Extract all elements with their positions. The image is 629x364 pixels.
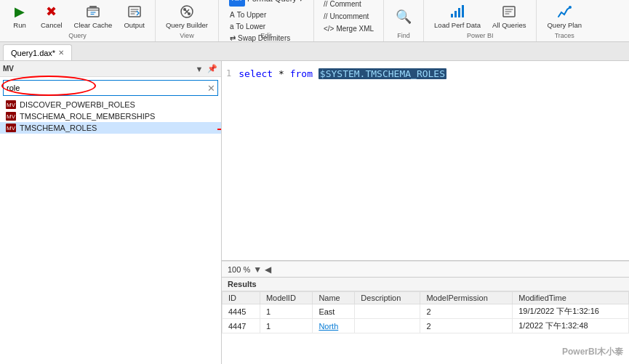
to-upper-icon: A	[230, 11, 235, 19]
cell-modelpermission: 2	[420, 319, 513, 333]
uncomment-icon: //	[324, 12, 328, 20]
query-builder-button[interactable]: Query Builder	[161, 1, 212, 33]
to-upper-button[interactable]: A To Upper	[226, 9, 294, 20]
toolbar-group-powerbi: Load Perf Data All Queries Power BI	[424, 0, 537, 41]
merge-xml-icon: </>	[324, 25, 334, 33]
svg-rect-8	[458, 8, 460, 17]
svg-rect-6	[451, 14, 453, 17]
cell-modelid: 1	[260, 304, 313, 319]
toolbar: ▶ Run ✖ Cancel Clear Cache	[0, 0, 629, 42]
cell-description	[355, 304, 420, 319]
zoom-bar: 100 % ▼ ◀	[222, 261, 629, 277]
toolbar-group-edit2: // Comment // Uncomment </> Merge XML	[314, 0, 384, 41]
results-header: Results	[222, 278, 629, 291]
run-label: Run	[13, 21, 25, 29]
svg-rect-9	[462, 5, 464, 17]
search-box[interactable]: ✕	[3, 80, 218, 96]
zoom-level: 100 %	[228, 265, 250, 274]
cell-modifiedtime: 19/1/2022 下午1:32:16	[513, 304, 629, 319]
item-icon: MV	[6, 124, 16, 132]
clear-cache-button[interactable]: Clear Cache	[70, 1, 117, 33]
to-lower-icon: a	[230, 23, 234, 31]
load-perf-data-label: Load Perf Data	[434, 21, 481, 29]
view-group-label: View	[156, 32, 218, 39]
tab-query1[interactable]: Query1.dax* ✕	[3, 44, 72, 60]
panel-dropdown-icon[interactable]: ▼	[193, 63, 205, 75]
format-query-icon: FMT	[229, 0, 245, 7]
uncomment-label: Uncomment	[329, 12, 369, 20]
tab-bar: Query1.dax* ✕	[0, 42, 629, 61]
to-lower-button[interactable]: a To Lower	[226, 21, 294, 32]
table-row: 4445 1 East 2 19/1/2022 下午1:32:16	[223, 304, 629, 319]
cell-name: North	[313, 319, 355, 333]
output-label: Output	[124, 21, 145, 29]
merge-xml-button[interactable]: </> Merge XML	[320, 23, 377, 34]
list-item[interactable]: MV DISCOVER_POWERBI_ROLES	[0, 99, 221, 110]
results-table: ID ModelID Name Description ModelPermiss…	[222, 291, 629, 333]
cell-description	[355, 319, 420, 333]
query-text: select * from $SYSTEM.TMSCHEMA_ROLES	[239, 68, 446, 79]
toolbar-group-edit: FMT Format Query ▾ A To Upper a To Lower…	[219, 0, 314, 41]
traces-group-label: Traces	[537, 32, 592, 39]
to-lower-label: To Lower	[236, 23, 266, 31]
list-item[interactable]: MV TMSCHEMA_ROLES	[0, 122, 221, 134]
cancel-icon: ✖	[44, 4, 60, 20]
output-button[interactable]: Output	[119, 1, 149, 33]
table-row: 4447 1 North 2 1/2022 下午1:32:48	[223, 319, 629, 333]
panel-icons: ▼ 📌	[193, 63, 218, 75]
find-icon: 🔍	[396, 9, 412, 25]
comment-label: Comment	[329, 0, 361, 8]
query-group-label: Query	[0, 32, 155, 39]
main-layout: MV ▼ 📌 ✕ MV DISCOVER_POWERBI_ROLES MV TM…	[0, 61, 629, 364]
cell-id: 4447	[223, 319, 260, 333]
clear-cache-icon	[85, 4, 101, 20]
search-input[interactable]	[4, 81, 205, 95]
cell-modifiedtime: 1/2022 下午1:32:48	[513, 319, 629, 333]
clear-cache-label: Clear Cache	[74, 21, 113, 29]
query-plan-button[interactable]: Query Plan	[542, 1, 586, 33]
line-number: 1	[226, 67, 231, 80]
col-modelpermission: ModelPermission	[420, 292, 513, 304]
edit-group-label: Edit	[219, 32, 313, 39]
toolbar-group-traces: Query Plan Traces	[537, 0, 592, 41]
col-description: Description	[355, 292, 420, 304]
left-panel: MV ▼ 📌 ✕ MV DISCOVER_POWERBI_ROLES MV TM…	[0, 61, 222, 364]
panel-pin-icon[interactable]: 📌	[207, 63, 218, 75]
item-label: TMSCHEMA_ROLE_MEMBERSHIPS	[20, 112, 155, 121]
tree-list: MV DISCOVER_POWERBI_ROLES MV TMSCHEMA_RO…	[0, 99, 221, 364]
col-name: Name	[313, 292, 355, 304]
cell-id: 4445	[223, 304, 260, 319]
comment-button[interactable]: // Comment	[320, 0, 365, 9]
output-icon	[127, 4, 143, 20]
list-item[interactable]: MV TMSCHEMA_ROLE_MEMBERSHIPS	[0, 110, 221, 122]
left-panel-header: MV ▼ 📌	[0, 61, 221, 77]
uncomment-button[interactable]: // Uncomment	[320, 11, 372, 22]
query-builder-label: Query Builder	[166, 21, 208, 29]
query-editor[interactable]: 1 select * from $SYSTEM.TMSCHEMA_ROLES	[222, 61, 629, 261]
comment-icon: //	[324, 0, 328, 8]
format-query-label: Format Query ▾	[247, 0, 303, 4]
cancel-button[interactable]: ✖ Cancel	[36, 1, 67, 33]
cancel-label: Cancel	[41, 21, 63, 29]
cell-modelpermission: 2	[420, 304, 513, 319]
all-queries-button[interactable]: All Queries	[488, 1, 530, 33]
query-highlight: $SYSTEM.TMSCHEMA_ROLES	[318, 68, 446, 79]
zoom-dropdown-button[interactable]: ▼	[253, 264, 262, 275]
search-clear-button[interactable]: ✕	[205, 83, 217, 94]
item-icon: MV	[6, 100, 16, 109]
load-perf-data-button[interactable]: Load Perf Data	[430, 1, 485, 33]
all-queries-icon	[501, 4, 517, 20]
run-button[interactable]: ▶ Run	[6, 1, 33, 33]
merge-xml-label: Merge XML	[336, 25, 374, 33]
scroll-left-button[interactable]: ◀	[265, 264, 271, 275]
query-builder-icon	[179, 4, 195, 20]
to-upper-label: To Upper	[237, 11, 267, 19]
svg-rect-1	[89, 6, 97, 8]
col-modifiedtime: ModifiedTime	[513, 292, 629, 304]
powerbi-group-label: Power BI	[424, 32, 536, 39]
tab-close-icon[interactable]: ✕	[58, 49, 64, 57]
format-query-button[interactable]: FMT Format Query ▾	[225, 0, 308, 8]
svg-point-5	[188, 12, 191, 15]
find-button[interactable]: 🔍	[390, 1, 417, 33]
tab-query1-label: Query1.dax*	[11, 49, 55, 57]
